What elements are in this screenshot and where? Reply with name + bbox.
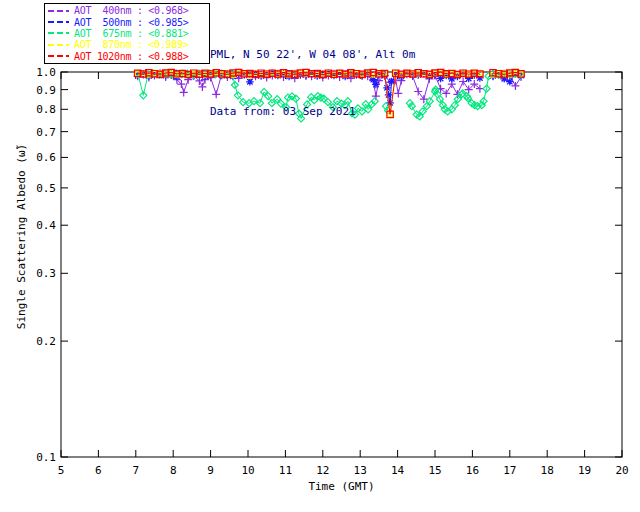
x-tick-label: 11 xyxy=(279,464,292,477)
x-tick-label: 17 xyxy=(503,464,516,477)
legend-label: AOT 870nm : <0.989> xyxy=(74,39,188,50)
legend-item-aot-1020nm: AOT 1020nm : <0.988> xyxy=(48,51,206,62)
y-tick-label: 0.3 xyxy=(36,267,56,280)
x-tick-label: 6 xyxy=(95,464,102,477)
dashed-line-sample-icon xyxy=(48,21,69,23)
legend-item-aot-500nm: AOT 500nm : <0.985> xyxy=(48,17,206,28)
y-tick-label: 0.2 xyxy=(36,335,56,348)
y-tick-label: 0.6 xyxy=(36,151,56,164)
dashed-line-sample-icon xyxy=(48,55,69,57)
x-tick-label: 14 xyxy=(391,464,405,477)
y-axis-title: Single Scattering Albedo (ω̃) xyxy=(15,144,28,329)
x-axis-title: Time (GMT) xyxy=(308,480,374,493)
y-tick-label: 1.0 xyxy=(36,66,56,79)
legend-label: AOT 400nm : <0.968> xyxy=(74,5,188,16)
x-tick-label: 13 xyxy=(354,464,367,477)
legend-item-aot-675nm: AOT 675nm : <0.881> xyxy=(48,28,206,39)
x-tick-label: 7 xyxy=(132,464,139,477)
legend-item-aot-400nm: AOT 400nm : <0.968> xyxy=(48,5,206,16)
data-date-line: Data from: 03 Sep 2021 xyxy=(210,102,415,121)
x-tick-label: 8 xyxy=(170,464,177,477)
legend-label: AOT 1020nm : <0.988> xyxy=(74,51,188,62)
y-tick-label: 0.7 xyxy=(36,126,56,139)
site-location-line: PML, N 50 22', W 04 08', Alt 0m xyxy=(210,45,415,64)
legend-item-aot-870nm: AOT 870nm : <0.989> xyxy=(48,39,206,50)
y-tick-label: 0.4 xyxy=(36,219,56,232)
legend-label: AOT 675nm : <0.881> xyxy=(74,28,188,39)
x-tick-label: 19 xyxy=(578,464,591,477)
x-tick-label: 10 xyxy=(241,464,254,477)
x-tick-label: 16 xyxy=(466,464,479,477)
plot-page: 567891011121314151617181920Time (GMT)1.0… xyxy=(0,0,640,512)
dashed-line-sample-icon xyxy=(48,10,69,12)
y-tick-label: 0.5 xyxy=(36,182,56,195)
x-tick-label: 18 xyxy=(541,464,554,477)
x-tick-label: 5 xyxy=(58,464,65,477)
x-tick-label: 20 xyxy=(615,464,628,477)
y-tick-label: 0.9 xyxy=(36,84,56,97)
x-tick-label: 9 xyxy=(207,464,214,477)
dashed-line-sample-icon xyxy=(48,32,69,34)
chart-header: PML, N 50 22', W 04 08', Alt 0m Data fro… xyxy=(210,7,415,159)
legend-label: AOT 500nm : <0.985> xyxy=(74,17,188,28)
legend-box: AOT 400nm : <0.968> AOT 500nm : <0.985> … xyxy=(44,3,210,64)
x-tick-label: 12 xyxy=(316,464,329,477)
dashed-line-sample-icon xyxy=(48,44,69,46)
y-tick-label: 0.8 xyxy=(36,103,56,116)
x-tick-label: 15 xyxy=(428,464,441,477)
y-tick-label: 0.1 xyxy=(36,451,56,464)
